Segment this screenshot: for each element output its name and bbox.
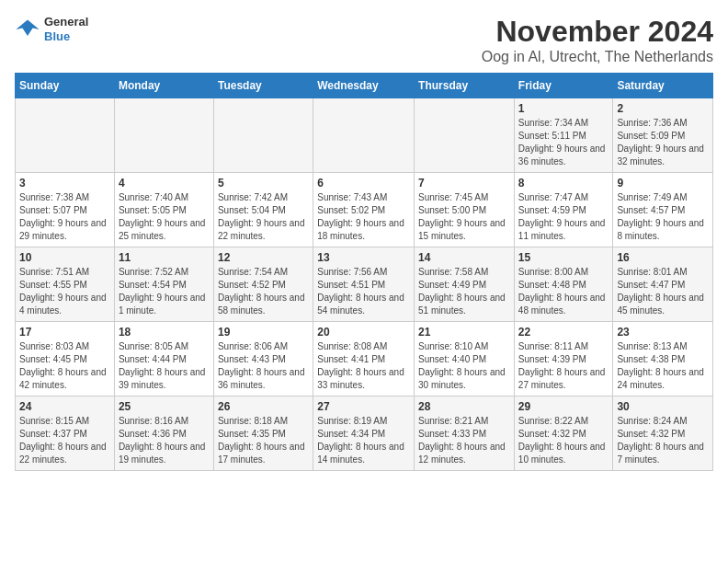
day-info: Sunrise: 7:36 AMSunset: 5:09 PMDaylight:… — [617, 117, 709, 168]
day-info: Sunrise: 7:58 AMSunset: 4:49 PMDaylight:… — [418, 266, 510, 317]
day-info: Sunrise: 7:34 AMSunset: 5:11 PMDaylight:… — [518, 117, 609, 168]
day-number: 1 — [518, 102, 609, 115]
day-number: 26 — [218, 400, 309, 413]
page-header: General Blue November 2024 Oog in Al, Ut… — [15, 15, 713, 65]
week-row-4: 24Sunrise: 8:15 AMSunset: 4:37 PMDayligh… — [16, 396, 713, 471]
calendar-cell: 19Sunrise: 8:06 AMSunset: 4:43 PMDayligh… — [213, 322, 313, 396]
calendar-cell: 7Sunrise: 7:45 AMSunset: 5:00 PMDaylight… — [415, 173, 515, 247]
logo-blue: Blue — [44, 29, 88, 44]
calendar-cell: 5Sunrise: 7:42 AMSunset: 5:04 PMDaylight… — [213, 173, 313, 247]
calendar-cell: 15Sunrise: 8:00 AMSunset: 4:48 PMDayligh… — [514, 247, 613, 322]
day-info: Sunrise: 7:52 AMSunset: 4:54 PMDaylight:… — [119, 266, 210, 317]
day-info: Sunrise: 7:56 AMSunset: 4:51 PMDaylight:… — [317, 266, 410, 317]
day-info: Sunrise: 7:42 AMSunset: 5:04 PMDaylight:… — [218, 191, 309, 243]
day-info: Sunrise: 7:49 AMSunset: 4:57 PMDaylight:… — [617, 191, 709, 243]
week-row-0: 1Sunrise: 7:34 AMSunset: 5:11 PMDaylight… — [16, 98, 713, 173]
calendar-cell — [213, 98, 313, 173]
calendar-cell — [114, 98, 213, 173]
logo-icon — [15, 17, 40, 42]
calendar-cell: 21Sunrise: 8:10 AMSunset: 4:40 PMDayligh… — [415, 322, 515, 396]
day-number: 29 — [518, 400, 609, 413]
day-number: 27 — [317, 400, 410, 413]
calendar-cell: 24Sunrise: 8:15 AMSunset: 4:37 PMDayligh… — [16, 396, 115, 471]
logo-general: General — [44, 15, 88, 29]
header-sunday: Sunday — [16, 74, 115, 98]
calendar-cell: 8Sunrise: 7:47 AMSunset: 4:59 PMDaylight… — [514, 173, 613, 247]
day-info: Sunrise: 7:40 AMSunset: 5:05 PMDaylight:… — [119, 191, 210, 243]
header-friday: Friday — [514, 74, 613, 98]
day-number: 9 — [617, 177, 709, 190]
day-info: Sunrise: 8:18 AMSunset: 4:35 PMDaylight:… — [218, 415, 309, 466]
calendar-cell — [313, 98, 415, 173]
calendar-cell: 17Sunrise: 8:03 AMSunset: 4:45 PMDayligh… — [16, 322, 115, 396]
calendar-cell — [415, 98, 515, 173]
calendar-cell: 1Sunrise: 7:34 AMSunset: 5:11 PMDaylight… — [514, 98, 613, 173]
calendar-cell — [16, 98, 115, 173]
day-info: Sunrise: 8:11 AMSunset: 4:39 PMDaylight:… — [518, 340, 609, 392]
day-number: 5 — [218, 177, 309, 190]
calendar-cell: 29Sunrise: 8:22 AMSunset: 4:32 PMDayligh… — [514, 396, 613, 471]
day-info: Sunrise: 8:03 AMSunset: 4:45 PMDaylight:… — [19, 340, 110, 392]
week-row-3: 17Sunrise: 8:03 AMSunset: 4:45 PMDayligh… — [16, 322, 713, 396]
calendar-table: SundayMondayTuesdayWednesdayThursdayFrid… — [15, 73, 713, 471]
calendar-cell: 30Sunrise: 8:24 AMSunset: 4:32 PMDayligh… — [613, 396, 713, 471]
day-number: 14 — [418, 251, 510, 264]
day-number: 20 — [317, 326, 410, 339]
page-subtitle: Oog in Al, Utrecht, The Netherlands — [482, 49, 713, 65]
calendar-cell: 28Sunrise: 8:21 AMSunset: 4:33 PMDayligh… — [415, 396, 515, 471]
day-info: Sunrise: 8:05 AMSunset: 4:44 PMDaylight:… — [119, 340, 210, 392]
week-row-2: 10Sunrise: 7:51 AMSunset: 4:55 PMDayligh… — [16, 247, 713, 322]
calendar-cell: 12Sunrise: 7:54 AMSunset: 4:52 PMDayligh… — [213, 247, 313, 322]
day-number: 8 — [518, 177, 609, 190]
day-number: 10 — [19, 251, 110, 264]
calendar-cell: 3Sunrise: 7:38 AMSunset: 5:07 PMDaylight… — [16, 173, 115, 247]
day-info: Sunrise: 7:54 AMSunset: 4:52 PMDaylight:… — [218, 266, 309, 317]
day-number: 28 — [418, 400, 510, 413]
day-info: Sunrise: 8:08 AMSunset: 4:41 PMDaylight:… — [317, 340, 410, 392]
day-number: 3 — [19, 177, 110, 190]
day-info: Sunrise: 7:45 AMSunset: 5:00 PMDaylight:… — [418, 191, 510, 243]
calendar-cell: 16Sunrise: 8:01 AMSunset: 4:47 PMDayligh… — [613, 247, 713, 322]
day-info: Sunrise: 8:24 AMSunset: 4:32 PMDaylight:… — [617, 415, 709, 466]
day-number: 2 — [617, 102, 709, 115]
calendar-cell: 22Sunrise: 8:11 AMSunset: 4:39 PMDayligh… — [514, 322, 613, 396]
day-number: 23 — [617, 326, 709, 339]
day-info: Sunrise: 8:01 AMSunset: 4:47 PMDaylight:… — [617, 266, 709, 317]
day-number: 7 — [418, 177, 510, 190]
day-number: 19 — [218, 326, 309, 339]
calendar-cell: 14Sunrise: 7:58 AMSunset: 4:49 PMDayligh… — [415, 247, 515, 322]
svg-marker-0 — [16, 19, 39, 36]
day-number: 30 — [617, 400, 709, 413]
header-saturday: Saturday — [613, 74, 713, 98]
calendar-header: SundayMondayTuesdayWednesdayThursdayFrid… — [16, 74, 713, 98]
calendar-cell: 6Sunrise: 7:43 AMSunset: 5:02 PMDaylight… — [313, 173, 415, 247]
header-row: SundayMondayTuesdayWednesdayThursdayFrid… — [16, 74, 713, 98]
day-number: 6 — [317, 177, 410, 190]
calendar-cell: 9Sunrise: 7:49 AMSunset: 4:57 PMDaylight… — [613, 173, 713, 247]
calendar-cell: 25Sunrise: 8:16 AMSunset: 4:36 PMDayligh… — [114, 396, 213, 471]
day-number: 22 — [518, 326, 609, 339]
day-info: Sunrise: 7:43 AMSunset: 5:02 PMDaylight:… — [317, 191, 410, 243]
day-info: Sunrise: 8:13 AMSunset: 4:38 PMDaylight:… — [617, 340, 709, 392]
day-number: 15 — [518, 251, 609, 264]
logo: General Blue — [15, 15, 88, 43]
calendar-cell: 18Sunrise: 8:05 AMSunset: 4:44 PMDayligh… — [114, 322, 213, 396]
calendar-cell: 4Sunrise: 7:40 AMSunset: 5:05 PMDaylight… — [114, 173, 213, 247]
calendar-cell: 11Sunrise: 7:52 AMSunset: 4:54 PMDayligh… — [114, 247, 213, 322]
title-block: November 2024 Oog in Al, Utrecht, The Ne… — [482, 15, 713, 65]
calendar-cell: 2Sunrise: 7:36 AMSunset: 5:09 PMDaylight… — [613, 98, 713, 173]
day-number: 13 — [317, 251, 410, 264]
day-info: Sunrise: 8:22 AMSunset: 4:32 PMDaylight:… — [518, 415, 609, 466]
day-info: Sunrise: 8:16 AMSunset: 4:36 PMDaylight:… — [119, 415, 210, 466]
header-wednesday: Wednesday — [313, 74, 415, 98]
day-number: 17 — [19, 326, 110, 339]
day-info: Sunrise: 8:06 AMSunset: 4:43 PMDaylight:… — [218, 340, 309, 392]
day-info: Sunrise: 8:19 AMSunset: 4:34 PMDaylight:… — [317, 415, 410, 466]
day-info: Sunrise: 8:00 AMSunset: 4:48 PMDaylight:… — [518, 266, 609, 317]
calendar-cell: 27Sunrise: 8:19 AMSunset: 4:34 PMDayligh… — [313, 396, 415, 471]
day-info: Sunrise: 8:21 AMSunset: 4:33 PMDaylight:… — [418, 415, 510, 466]
calendar-body: 1Sunrise: 7:34 AMSunset: 5:11 PMDaylight… — [16, 98, 713, 471]
day-info: Sunrise: 7:38 AMSunset: 5:07 PMDaylight:… — [19, 191, 110, 243]
day-number: 16 — [617, 251, 709, 264]
header-monday: Monday — [114, 74, 213, 98]
